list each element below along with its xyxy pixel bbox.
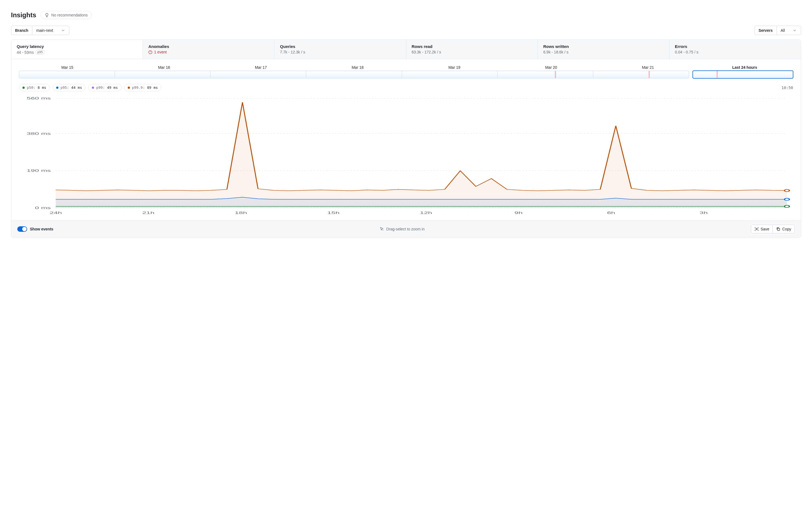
svg-text:12h: 12h: [420, 211, 432, 215]
tab-query-latency[interactable]: Query latency 44 - 53ms p95: [11, 40, 143, 59]
servers-value-button[interactable]: All: [776, 26, 801, 35]
scrubber-segment[interactable]: [593, 71, 689, 78]
copy-icon: [776, 227, 781, 231]
scrubber-segment[interactable]: [498, 71, 593, 78]
p95-badge: p95: [35, 50, 45, 55]
scrubber-segment[interactable]: [115, 71, 210, 78]
branch-selector[interactable]: Branch main-next: [11, 26, 69, 35]
date-label: Mar 15: [19, 65, 116, 69]
tab-errors[interactable]: Errors 0.04 - 0.75 / s: [669, 40, 801, 59]
svg-text:6h: 6h: [607, 211, 615, 215]
scrubber-segment[interactable]: [19, 71, 115, 78]
date-label: Mar 17: [212, 65, 309, 69]
dot-icon: [56, 87, 58, 89]
branch-label: Branch: [11, 26, 32, 35]
tab-rows-read[interactable]: Rows read 63.3k - 172.2k / s: [406, 40, 538, 59]
lightbulb-icon: [45, 13, 49, 17]
copy-button[interactable]: Copy: [773, 225, 795, 234]
recommendations-pill[interactable]: No recommendations: [40, 11, 92, 19]
svg-text:9h: 9h: [515, 211, 523, 215]
date-label: Mar 16: [116, 65, 212, 69]
svg-text:0 ms: 0 ms: [35, 206, 51, 210]
tab-title: Errors: [675, 44, 795, 49]
scrubber-segment-selected[interactable]: [693, 71, 793, 78]
legend: p50: 8 ms p95: 44 ms p99: 49 ms p99.9: 8…: [19, 84, 162, 91]
dot-icon: [23, 87, 25, 89]
tab-queries[interactable]: Queries 7.7k - 12.3k / s: [274, 40, 406, 59]
svg-point-11: [785, 205, 789, 207]
tab-title: Anomalies: [148, 44, 269, 49]
tab-rows-written[interactable]: Rows written 6.9k - 18.6k / s: [538, 40, 669, 59]
svg-text:380 ms: 380 ms: [27, 132, 51, 135]
tab-title: Rows read: [412, 44, 532, 49]
tab-title: Query latency: [17, 44, 137, 49]
dot-icon: [92, 87, 94, 89]
tab-anomalies[interactable]: Anomalies 1 event: [143, 40, 274, 59]
event-marker: [648, 71, 650, 78]
svg-text:3h: 3h: [700, 211, 708, 215]
date-label: Last 24 hours: [696, 65, 793, 69]
zoom-hint: Drag-select to zoom in: [380, 227, 425, 231]
show-events-toggle[interactable]: [17, 226, 27, 232]
chevron-down-icon: [61, 28, 65, 33]
svg-rect-21: [778, 228, 780, 231]
date-label: Mar 18: [309, 65, 406, 69]
tab-sub: 0.04 - 0.75 / s: [675, 50, 795, 54]
tab-sub: 44 - 53ms p95: [17, 50, 137, 55]
hover-timestamp: 10:50: [782, 86, 793, 90]
latency-chart[interactable]: 0 ms190 ms380 ms560 ms24h21h18h15h12h9h6…: [19, 96, 793, 216]
date-label: Mar 21: [600, 65, 696, 69]
svg-point-9: [785, 189, 789, 191]
legend-item-p99[interactable]: p99: 49 ms: [88, 84, 121, 91]
legend-item-p95[interactable]: p95: 44 ms: [53, 84, 86, 91]
svg-point-20: [756, 229, 757, 230]
svg-text:21h: 21h: [142, 211, 155, 215]
tab-sub: 6.9k - 18.6k / s: [543, 50, 664, 54]
chevron-down-icon: [792, 28, 797, 33]
page-title: Insights: [11, 11, 36, 19]
date-labels: Mar 15 Mar 16 Mar 17 Mar 18 Mar 19 Mar 2…: [19, 65, 793, 69]
svg-text:18h: 18h: [235, 211, 247, 215]
date-label: Mar 19: [406, 65, 503, 69]
event-marker: [717, 71, 718, 78]
event-marker: [555, 71, 556, 78]
tab-title: Rows written: [543, 44, 664, 49]
tab-sub: 1 event: [148, 50, 269, 54]
tab-sub: 63.3k - 172.2k / s: [412, 50, 532, 54]
svg-text:560 ms: 560 ms: [27, 96, 51, 100]
save-button[interactable]: Save: [751, 225, 773, 234]
dot-icon: [128, 87, 130, 89]
legend-item-p50[interactable]: p50: 8 ms: [19, 84, 50, 91]
screenshot-icon: [754, 227, 759, 231]
insights-panel: Query latency 44 - 53ms p95 Anomalies 1 …: [11, 39, 801, 238]
scrubber-segment[interactable]: [402, 71, 498, 78]
svg-text:24h: 24h: [50, 211, 62, 215]
time-scrubber[interactable]: [19, 71, 793, 78]
svg-point-10: [785, 199, 789, 201]
date-label: Mar 20: [503, 65, 600, 69]
branch-value: main-next: [36, 28, 53, 33]
recommendations-text: No recommendations: [51, 13, 88, 17]
scrubber-segment[interactable]: [306, 71, 402, 78]
tab-sub: 7.7k - 12.3k / s: [280, 50, 400, 54]
cursor-icon: [380, 227, 384, 231]
legend-item-p999[interactable]: p99.9: 89 ms: [124, 84, 162, 91]
servers-label: Servers: [754, 26, 776, 35]
branch-value-button[interactable]: main-next: [32, 26, 69, 35]
alert-circle-icon: [148, 50, 152, 54]
svg-text:190 ms: 190 ms: [27, 169, 51, 172]
servers-value: All: [781, 28, 785, 33]
svg-text:15h: 15h: [327, 211, 340, 215]
servers-selector[interactable]: Servers All: [754, 26, 801, 35]
metric-tabs: Query latency 44 - 53ms p95 Anomalies 1 …: [11, 40, 801, 59]
toggle-label: Show events: [30, 227, 54, 231]
scrubber-segment[interactable]: [210, 71, 306, 78]
tab-title: Queries: [280, 44, 400, 49]
